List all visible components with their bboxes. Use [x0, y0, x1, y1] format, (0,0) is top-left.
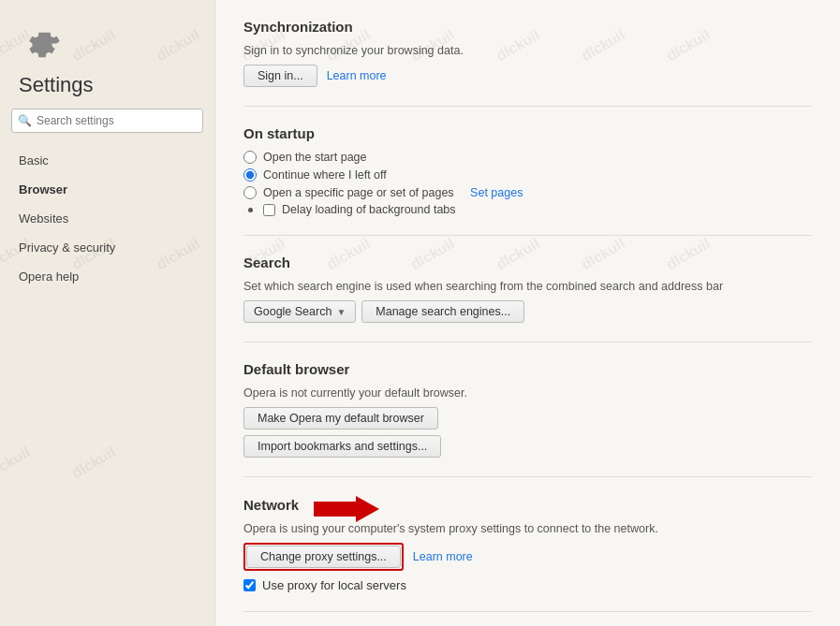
- search-engine-row: Google Search ▼ Manage search engines...: [243, 300, 812, 323]
- sidebar: Settings 🔍 Basic Browser Websites Privac…: [0, 0, 215, 626]
- settings-logo: [19, 19, 66, 66]
- manage-search-engines-button[interactable]: Manage search engines...: [361, 300, 524, 323]
- search-icon: 🔍: [18, 114, 32, 127]
- search-box[interactable]: 🔍: [11, 109, 203, 133]
- startup-continue-radio[interactable]: [243, 168, 257, 182]
- import-bookmarks-button[interactable]: Import bookmarks and settings...: [243, 435, 441, 458]
- default-browser-desc: Opera is not currently your default brow…: [243, 386, 812, 400]
- sidebar-item-basic[interactable]: Basic: [0, 146, 214, 175]
- startup-continue[interactable]: Continue where I left off: [243, 168, 812, 182]
- sidebar-item-browser[interactable]: Browser: [0, 175, 214, 204]
- sign-in-button[interactable]: Sign in...: [243, 65, 317, 87]
- search-input[interactable]: [11, 109, 203, 133]
- startup-options: Open the start page Continue where I lef…: [243, 151, 812, 199]
- network-learn-more-link[interactable]: Learn more: [413, 550, 473, 563]
- change-proxy-button[interactable]: Change proxy settings...: [246, 546, 401, 568]
- sync-actions: Sign in... Learn more: [243, 65, 812, 87]
- startup-section: On startup Open the start page Continue …: [243, 125, 812, 236]
- search-section: Search Set which search engine is used w…: [243, 255, 812, 342]
- sync-section: Synchronization Sign in to synchronize y…: [243, 19, 812, 107]
- startup-specific-page[interactable]: Open a specific page or set of pages Set…: [243, 186, 812, 199]
- sidebar-item-websites[interactable]: Websites: [0, 204, 214, 233]
- search-engine-dropdown[interactable]: Google Search ▼: [243, 300, 356, 323]
- red-arrow-icon: [314, 496, 379, 522]
- default-browser-title: Default browser: [243, 361, 812, 377]
- gear-icon: [22, 21, 63, 65]
- startup-title: On startup: [243, 125, 812, 141]
- make-default-button[interactable]: Make Opera my default browser: [243, 407, 438, 429]
- delay-loading-row: Delay loading of background tabs: [246, 203, 812, 216]
- settings-title: Settings: [0, 73, 214, 109]
- startup-specific-radio[interactable]: [243, 186, 257, 199]
- sync-desc: Sign in to synchronize your browsing dat…: [243, 44, 812, 57]
- svg-marker-0: [314, 496, 379, 522]
- use-proxy-row: Use proxy for local servers: [243, 578, 812, 592]
- set-pages-link[interactable]: Set pages: [470, 186, 523, 199]
- network-section: Network Opera is using your computer's s…: [243, 496, 812, 612]
- search-desc: Set which search engine is used when sea…: [243, 280, 812, 293]
- default-browser-section: Default browser Opera is not currently y…: [243, 361, 812, 477]
- network-desc: Opera is using your computer's system pr…: [243, 522, 812, 535]
- search-title: Search: [243, 255, 812, 270]
- red-arrow-annotation: [314, 496, 379, 522]
- bullet-dot: [248, 208, 253, 212]
- network-title: Network: [243, 497, 299, 513]
- delay-loading-checkbox[interactable]: [263, 204, 275, 216]
- sidebar-item-opera-help[interactable]: Opera help: [0, 262, 214, 291]
- main-content: Synchronization Sign in to synchronize y…: [215, 0, 840, 626]
- sync-title: Synchronization: [243, 19, 812, 35]
- proxy-btn-highlight: Change proxy settings...: [243, 543, 404, 571]
- startup-open-start-radio[interactable]: [243, 151, 257, 164]
- sync-learn-more-link[interactable]: Learn more: [327, 69, 387, 82]
- sidebar-item-privacy[interactable]: Privacy & security: [0, 233, 214, 262]
- use-proxy-checkbox[interactable]: [243, 579, 256, 591]
- startup-open-start[interactable]: Open the start page: [243, 151, 812, 164]
- network-actions: Change proxy settings... Learn more: [243, 543, 812, 571]
- chevron-down-icon: ▼: [336, 307, 346, 317]
